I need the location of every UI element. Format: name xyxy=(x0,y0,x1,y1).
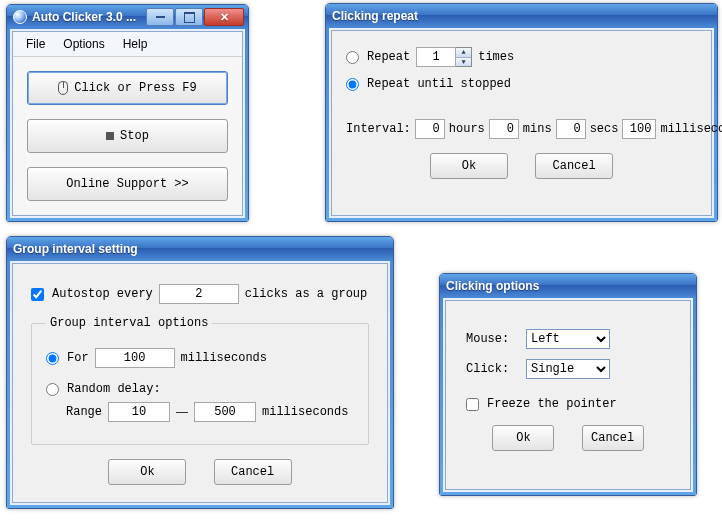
repeat-ok-button[interactable]: Ok xyxy=(430,153,508,179)
minimize-button[interactable] xyxy=(146,8,174,26)
group-window: Group interval setting Autostop every cl… xyxy=(6,236,394,509)
menu-options[interactable]: Options xyxy=(55,35,112,53)
repeat-until-radio[interactable]: Repeat until stopped xyxy=(346,77,511,91)
menu-help[interactable]: Help xyxy=(115,35,156,53)
interval-mins-unit: mins xyxy=(523,122,552,136)
main-titlebar[interactable]: Auto Clicker 3.0 ... xyxy=(7,5,248,29)
support-button-label: Online Support >> xyxy=(66,177,188,191)
for-value-input[interactable] xyxy=(95,348,175,368)
repeat-until-label: Repeat until stopped xyxy=(367,77,511,91)
interval-hours-unit: hours xyxy=(449,122,485,136)
repeat-title: Clicking repeat xyxy=(332,9,713,23)
freeze-pointer-label: Freeze the pointer xyxy=(487,397,617,411)
range-min-input[interactable] xyxy=(108,402,170,422)
range-label: Range xyxy=(66,405,102,419)
group-interval-fieldset: Group interval options For milliseconds … xyxy=(31,316,369,445)
group-ok-button[interactable]: Ok xyxy=(108,459,186,485)
interval-mins-input[interactable] xyxy=(489,119,519,139)
autostop-checkbox[interactable]: Autostop every xyxy=(31,287,153,301)
stop-button[interactable]: Stop xyxy=(27,119,228,153)
click-label: Click: xyxy=(466,362,516,376)
group-title: Group interval setting xyxy=(13,242,389,256)
repeat-cancel-button[interactable]: Cancel xyxy=(535,153,613,179)
mouse-icon xyxy=(58,81,68,95)
interval-secs-unit: secs xyxy=(590,122,619,136)
group-titlebar[interactable]: Group interval setting xyxy=(7,237,393,261)
close-button[interactable] xyxy=(204,8,244,26)
range-max-input[interactable] xyxy=(194,402,256,422)
repeat-window: Clicking repeat Repeat ▲▼ times Repeat u… xyxy=(325,3,718,222)
mouse-label: Mouse: xyxy=(466,332,516,346)
random-delay-label: Random delay: xyxy=(67,382,161,396)
options-window: Clicking options Mouse: Left Click: Sing… xyxy=(439,273,697,496)
stop-button-label: Stop xyxy=(120,129,149,143)
for-unit: milliseconds xyxy=(181,351,267,365)
click-select[interactable]: Single xyxy=(526,359,610,379)
repeat-times-suffix: times xyxy=(478,50,514,64)
autostop-value-input[interactable] xyxy=(159,284,239,304)
group-interval-legend: Group interval options xyxy=(46,316,212,330)
stop-icon xyxy=(106,132,114,140)
repeat-times-label: Repeat xyxy=(367,50,410,64)
autostop-label: Autostop every xyxy=(52,287,153,301)
main-window: Auto Clicker 3.0 ... File Options Help C… xyxy=(6,4,249,222)
options-title: Clicking options xyxy=(446,279,692,293)
freeze-pointer-checkbox[interactable]: Freeze the pointer xyxy=(466,397,617,411)
group-cancel-button[interactable]: Cancel xyxy=(214,459,292,485)
options-cancel-button[interactable]: Cancel xyxy=(582,425,644,451)
repeat-titlebar[interactable]: Clicking repeat xyxy=(326,4,717,28)
options-ok-button[interactable]: Ok xyxy=(492,425,554,451)
range-unit: milliseconds xyxy=(262,405,348,419)
for-label: For xyxy=(67,351,89,365)
interval-ms-input[interactable] xyxy=(622,119,656,139)
click-button-label: Click or Press F9 xyxy=(74,81,196,95)
mouse-select[interactable]: Left xyxy=(526,329,610,349)
main-title: Auto Clicker 3.0 ... xyxy=(32,10,145,24)
repeat-times-radio[interactable]: Repeat xyxy=(346,50,410,64)
maximize-button[interactable] xyxy=(175,8,203,26)
interval-ms-unit: milliseconds xyxy=(660,122,722,136)
interval-hours-input[interactable] xyxy=(415,119,445,139)
range-dash-icon xyxy=(176,412,188,413)
options-titlebar[interactable]: Clicking options xyxy=(440,274,696,298)
random-delay-radio[interactable]: Random delay: xyxy=(46,382,161,396)
app-icon xyxy=(13,10,27,24)
interval-label: Interval: xyxy=(346,122,411,136)
for-radio[interactable]: For xyxy=(46,351,89,365)
interval-secs-input[interactable] xyxy=(556,119,586,139)
online-support-button[interactable]: Online Support >> xyxy=(27,167,228,201)
menubar: File Options Help xyxy=(13,32,242,57)
repeat-times-input[interactable] xyxy=(416,47,456,67)
autostop-suffix: clicks as a group xyxy=(245,287,367,301)
click-or-press-button[interactable]: Click or Press F9 xyxy=(27,71,228,105)
menu-file[interactable]: File xyxy=(18,35,53,53)
repeat-times-spinner[interactable]: ▲▼ xyxy=(456,47,472,67)
